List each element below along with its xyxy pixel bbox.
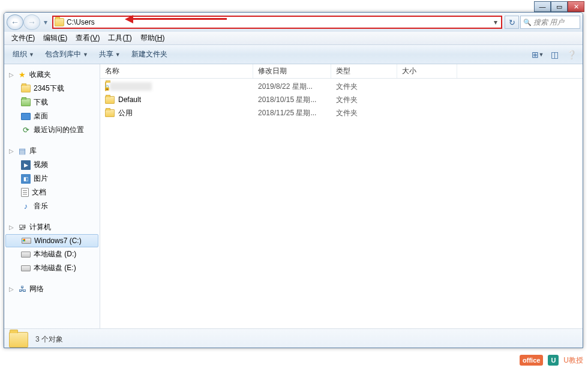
watermark-icon: U <box>548 355 559 366</box>
folder-icon <box>21 98 31 106</box>
toolbar-organize[interactable]: 组织 ▼ <box>9 47 38 61</box>
pictures-icon: ◧ <box>21 174 31 184</box>
sidebar-computer-header[interactable]: ▷ 🖳 计算机 <box>4 220 100 234</box>
computer-icon: 🖳 <box>17 223 27 232</box>
sidebar-item-documents[interactable]: 文档 <box>4 186 100 199</box>
recent-icon: ⟳ <box>21 125 31 135</box>
preview-pane-button[interactable]: ◫ <box>548 48 561 61</box>
expand-icon: ▷ <box>8 71 15 78</box>
sidebar-item-pictures[interactable]: ◧图片 <box>4 172 100 186</box>
watermark-icon: office <box>520 355 543 366</box>
toolbar-share[interactable]: 共享 ▼ <box>95 47 124 61</box>
maximize-button[interactable]: ▭ <box>551 1 568 12</box>
desktop-icon <box>21 113 31 120</box>
sidebar-item-drive-c[interactable]: Windows7 (C:) <box>5 234 98 247</box>
drive-icon <box>22 238 31 244</box>
status-bar: 3 个对象 <box>4 328 583 348</box>
expand-icon: ▷ <box>8 148 15 154</box>
drive-icon <box>21 265 31 271</box>
menu-edit[interactable]: 编辑(E) <box>40 32 71 44</box>
file-list: 🔒 2019/8/22 星期... 文件夹 Default 2018/10/15… <box>100 79 583 328</box>
search-icon: 🔍 <box>523 19 532 26</box>
drive-icon <box>21 252 31 258</box>
column-name[interactable]: 名称 <box>100 64 253 78</box>
folder-icon <box>105 96 115 104</box>
expand-icon: ▷ <box>8 224 15 231</box>
sidebar-item-drive-d[interactable]: 本地磁盘 (D:) <box>4 247 100 261</box>
file-type: 文件夹 <box>331 95 397 105</box>
explorer-window: ← → ▾ C:\Users ▾ ↻ 🔍 搜索 用户 文件(F) 编辑(E) 查… <box>4 12 583 348</box>
navigation-pane: ▷ ★ 收藏夹 2345下载 下载 桌面 ⟳最近访问的位置 ▷ ▤ 库 ▶视频 … <box>4 64 100 328</box>
sidebar-item-recent[interactable]: ⟳最近访问的位置 <box>4 123 100 137</box>
nav-bar: ← → ▾ C:\Users ▾ ↻ 🔍 搜索 用户 <box>4 13 583 32</box>
address-bar[interactable]: C:\Users ▾ <box>52 16 502 29</box>
star-icon: ★ <box>17 70 27 80</box>
menu-tools[interactable]: 工具(T) <box>104 32 135 44</box>
file-row[interactable]: 🔒 2019/8/22 星期... 文件夹 <box>100 80 583 93</box>
menu-file[interactable]: 文件(F) <box>8 32 38 44</box>
folder-icon <box>21 85 31 92</box>
sidebar-splitter[interactable] <box>98 64 100 328</box>
file-type: 文件夹 <box>331 108 397 118</box>
folder-icon <box>9 332 28 348</box>
watermarks: office U U教授 <box>520 355 583 366</box>
toolbar-include-in-library[interactable]: 包含到库中 ▼ <box>41 47 92 61</box>
folder-icon <box>105 109 115 117</box>
sidebar-label: 计算机 <box>29 222 51 232</box>
search-input[interactable]: 🔍 搜索 用户 <box>520 16 580 29</box>
sidebar-network-header[interactable]: ▷ 🖧 网络 <box>4 282 100 296</box>
view-options-button[interactable]: ⊞▼ <box>531 48 544 61</box>
file-type: 文件夹 <box>331 82 397 92</box>
expand-icon: ▷ <box>8 286 15 292</box>
sidebar-item-downloads[interactable]: 下载 <box>4 95 100 109</box>
watermark-text: U教授 <box>563 355 583 366</box>
file-date: 2018/11/25 星期... <box>253 108 331 118</box>
toolbar: 组织 ▼ 包含到库中 ▼ 共享 ▼ 新建文件夹 ⊞▼ ◫ ❔ <box>4 45 583 64</box>
body: ▷ ★ 收藏夹 2345下载 下载 桌面 ⟳最近访问的位置 ▷ ▤ 库 ▶视频 … <box>4 64 583 328</box>
file-date: 2018/10/15 星期... <box>253 95 331 105</box>
file-name: Default <box>118 95 141 104</box>
file-row[interactable]: Default 2018/10/15 星期... 文件夹 <box>100 93 583 106</box>
sidebar-libraries-header[interactable]: ▷ ▤ 库 <box>4 144 100 158</box>
menu-help[interactable]: 帮助(H) <box>137 32 169 44</box>
menu-view[interactable]: 查看(V) <box>72 32 103 44</box>
status-text: 3 个对象 <box>35 334 63 345</box>
close-button[interactable]: ✕ <box>568 1 584 12</box>
column-size[interactable]: 大小 <box>397 64 457 78</box>
library-icon: ▤ <box>17 146 27 156</box>
folder-icon <box>55 18 64 26</box>
help-button[interactable]: ❔ <box>565 48 578 61</box>
documents-icon <box>21 188 29 197</box>
file-name-redacted <box>110 82 152 91</box>
search-placeholder: 搜索 用户 <box>533 17 564 28</box>
address-path: C:\Users <box>67 18 489 26</box>
column-type[interactable]: 类型 <box>331 64 397 78</box>
column-headers: 名称 修改日期 类型 大小 <box>100 64 583 79</box>
video-icon: ▶ <box>21 160 31 170</box>
sidebar-label: 网络 <box>29 284 44 294</box>
sidebar-label: 库 <box>29 146 37 156</box>
nav-history-dropdown[interactable]: ▾ <box>41 18 50 26</box>
sidebar-favorites-header[interactable]: ▷ ★ 收藏夹 <box>4 68 100 82</box>
sidebar-label: 收藏夹 <box>29 70 51 80</box>
menu-bar: 文件(F) 编辑(E) 查看(V) 工具(T) 帮助(H) <box>4 32 583 45</box>
sidebar-item-drive-e[interactable]: 本地磁盘 (E:) <box>4 261 100 275</box>
back-button[interactable]: ← <box>7 14 23 30</box>
music-icon: ♪ <box>21 202 31 211</box>
content-pane: 名称 修改日期 类型 大小 🔒 2019/8/22 星期... 文件夹 <box>100 64 583 328</box>
sidebar-item-2345-downloads[interactable]: 2345下载 <box>4 82 100 95</box>
sidebar-item-videos[interactable]: ▶视频 <box>4 158 100 172</box>
sidebar-item-desktop[interactable]: 桌面 <box>4 109 100 123</box>
refresh-button[interactable]: ↻ <box>505 16 519 29</box>
toolbar-new-folder[interactable]: 新建文件夹 <box>128 47 171 61</box>
network-icon: 🖧 <box>17 285 27 294</box>
file-date: 2019/8/22 星期... <box>253 82 331 92</box>
column-date[interactable]: 修改日期 <box>253 64 331 78</box>
address-dropdown-icon[interactable]: ▾ <box>491 18 500 26</box>
file-row[interactable]: 公用 2018/11/25 星期... 文件夹 <box>100 106 583 119</box>
sidebar-item-music[interactable]: ♪音乐 <box>4 199 100 213</box>
minimize-button[interactable]: — <box>534 1 551 12</box>
file-name: 公用 <box>118 108 133 118</box>
forward-button[interactable]: → <box>23 14 40 30</box>
